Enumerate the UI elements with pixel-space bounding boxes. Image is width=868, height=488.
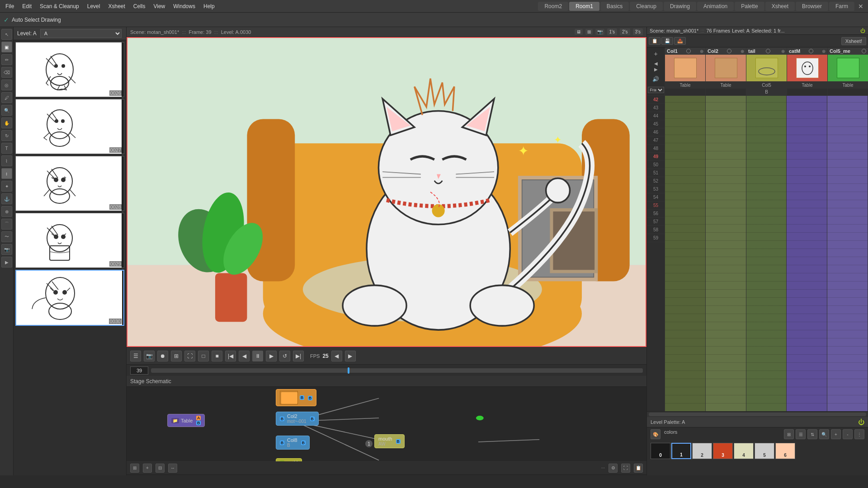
swatch-5[interactable]: 5 — [755, 443, 774, 459]
tool-skeleton[interactable]: ✦ — [1, 181, 12, 192]
xsheet-menu[interactable]: Xsheet — [104, 2, 128, 11]
tab-drawing[interactable]: Drawing — [664, 2, 696, 11]
frame-number-input[interactable] — [130, 366, 148, 375]
palette-add-btn[interactable]: + — [831, 429, 841, 439]
file-menu[interactable]: File — [2, 2, 18, 11]
palette-list-btn[interactable]: ☰ — [796, 429, 806, 439]
thumbnail-0029[interactable]: 0029 — [15, 213, 124, 268]
swatch-1[interactable]: 1 — [671, 443, 691, 459]
palette-minus-btn[interactable]: - — [843, 429, 853, 439]
thumbnail-0026[interactable]: 0026 — [15, 42, 124, 97]
thumbnail-0028[interactable]: 0028 — [15, 156, 124, 211]
tool-select[interactable]: ▣ — [1, 42, 12, 52]
tool-pan[interactable]: ✋ — [1, 117, 12, 128]
col1-eye[interactable] — [686, 49, 691, 53]
tool-hook[interactable]: ⚓ — [1, 193, 12, 204]
level-menu[interactable]: Level — [84, 2, 104, 11]
col2-more[interactable]: ⊕ — [741, 49, 744, 54]
tool-zoom[interactable]: 🔍 — [1, 105, 12, 116]
xsheet-btn[interactable]: Xsheet! — [841, 37, 866, 45]
schematic-extra-btn[interactable]: 📋 — [634, 464, 643, 473]
loop-btn[interactable]: ↺ — [279, 351, 290, 361]
palette-search-btn[interactable]: 🔍 — [819, 429, 829, 439]
zoom-fit-btn[interactable]: ⊞ — [171, 351, 182, 361]
cells-menu[interactable]: Cells — [130, 2, 149, 11]
tab-xsheet[interactable]: Xsheet — [765, 2, 795, 11]
tab-basics[interactable]: Basics — [600, 2, 629, 11]
node-table[interactable]: 📁 Table A B — [167, 414, 205, 427]
tab-cleanup[interactable]: Cleanup — [630, 2, 663, 11]
xsheet-btn-copy[interactable]: 📋 — [649, 37, 660, 45]
thumbnail-0030[interactable]: 0030 — [15, 270, 124, 326]
swatch-6[interactable]: 6 — [775, 443, 795, 459]
first-frame-btn[interactable]: |◀ — [225, 351, 236, 361]
tool-fill[interactable]: ◎ — [1, 80, 12, 90]
tab-room1[interactable]: Room1 — [569, 2, 599, 11]
view-menu[interactable]: View — [150, 2, 169, 11]
tool-text[interactable]: T — [1, 143, 12, 154]
palette-icon-view[interactable]: 🎨 — [651, 429, 660, 439]
tab-farm[interactable]: Farm — [829, 2, 854, 11]
node-col2-mot[interactable]: B Col2 mot~-001 B — [276, 412, 319, 426]
tab-room2[interactable]: Room2 — [538, 2, 568, 11]
tool-plastic[interactable]: ↕ — [1, 168, 12, 179]
black-bg-btn[interactable]: ■ — [212, 351, 222, 361]
xsheet-power-icon[interactable]: ⏻ — [860, 28, 865, 33]
sound-icon[interactable]: 🔊 — [652, 76, 659, 82]
tool-brush[interactable]: ✏ — [1, 54, 12, 65]
level-dropdown[interactable]: A — [40, 29, 122, 38]
close-icon[interactable]: ✕ — [855, 3, 866, 10]
schematic-settings-btn[interactable]: ⚙ — [609, 464, 618, 473]
xsheet-hscroll[interactable] — [649, 413, 866, 416]
play-btn[interactable]: ▶ — [266, 351, 277, 361]
schematic-layout-btn[interactable]: ⊟ — [156, 464, 165, 473]
xsheet-left-arrow[interactable]: ◀ — [654, 61, 658, 66]
scene-icon-monitor[interactable]: 🖥 — [575, 29, 583, 35]
palette-sort-btn[interactable]: ⇅ — [807, 429, 817, 439]
thumbnail-0027[interactable]: 0027 — [15, 99, 124, 154]
tool-camera[interactable]: 📷 — [1, 244, 12, 255]
palette-power-icon[interactable]: ⏻ — [858, 418, 864, 426]
node-col8[interactable]: B Col8 B B — [276, 436, 310, 450]
tail-more[interactable]: ⊕ — [781, 49, 785, 54]
tool-bend[interactable]: ⌒ — [1, 219, 12, 230]
col5me-eye[interactable] — [862, 49, 866, 53]
tab-browser[interactable]: Browser — [796, 2, 828, 11]
scan-cleanup-menu[interactable]: Scan & Cleanup — [36, 2, 83, 11]
swatch-0[interactable]: 0 — [651, 443, 670, 459]
playback-1s[interactable]: 1's — [607, 28, 617, 35]
catm-more[interactable]: ⊕ — [822, 49, 826, 54]
tool-warp[interactable]: 〜 — [1, 231, 12, 242]
xsheet-btn-add[interactable]: 📤 — [674, 37, 686, 45]
tool-bender[interactable]: ⌇ — [1, 155, 12, 166]
catm-eye[interactable] — [809, 49, 813, 53]
tool-arrow[interactable]: ↖ — [1, 29, 12, 40]
xsheet-btn-save[interactable]: 💾 — [661, 37, 673, 45]
col1-more[interactable]: ⊕ — [700, 49, 703, 54]
palette-grid-btn[interactable]: ⊞ — [784, 429, 794, 439]
tool-rotate[interactable]: ↻ — [1, 130, 12, 141]
prev-frame-btn[interactable]: ◀ — [239, 351, 250, 361]
safe-area-btn[interactable]: □ — [198, 351, 209, 361]
fps-next[interactable]: ▶ — [345, 351, 356, 361]
help-menu[interactable]: Help — [200, 2, 218, 11]
scene-icon-grid[interactable]: ⊞ — [585, 29, 593, 35]
timeline-scrubber[interactable] — [151, 368, 643, 373]
swatch-4[interactable]: 4 — [734, 443, 754, 459]
tool-animate[interactable]: ▶ — [1, 257, 12, 267]
schematic-collapse-btn[interactable]: ⛶ — [621, 464, 630, 473]
xsheet-add-col[interactable]: + — [654, 50, 657, 57]
tab-palette[interactable]: Palette — [735, 2, 764, 11]
swatch-2[interactable]: 2 — [692, 443, 712, 459]
frame-mode-select[interactable]: Frame — [648, 87, 664, 93]
tail-eye[interactable] — [766, 49, 770, 53]
windows-menu[interactable]: Windows — [170, 2, 199, 11]
snapshot-btn[interactable]: 📷 — [144, 351, 155, 361]
tab-animation[interactable]: Animation — [697, 2, 734, 11]
node-mouth-aw[interactable]: mouth AW B — [374, 434, 405, 448]
menu-icon[interactable]: ☰ — [130, 351, 141, 361]
schematic-connect-btn[interactable]: ↔ — [168, 464, 177, 473]
tool-eraser[interactable]: ⌫ — [1, 67, 12, 78]
tool-magnet[interactable]: ⊕ — [1, 206, 12, 217]
fps-prev[interactable]: ◀ — [331, 351, 342, 361]
